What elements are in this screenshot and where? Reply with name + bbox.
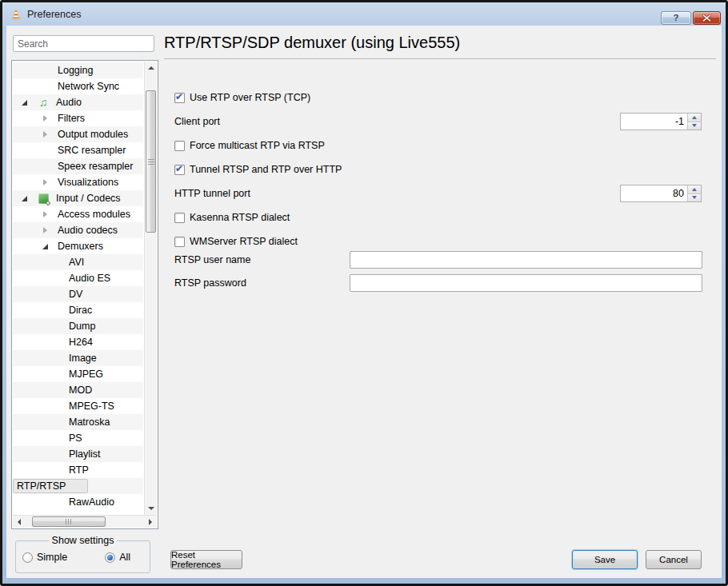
tree-item-label: Playlist [69,448,101,460]
scroll-right-button[interactable] [144,516,157,528]
tree-item-label: RTP/RTSP [13,479,88,493]
radio-simple-label: Simple [37,552,67,563]
tree-item-rawaudio[interactable]: RawAudio [13,494,143,505]
tree-item-audio-codecs[interactable]: Audio codecs [13,222,143,238]
tree-item-filters[interactable]: Filters [13,110,143,126]
tree-item-network-sync[interactable]: Network Sync [13,78,143,94]
tree-item-ps[interactable]: PS [13,430,143,446]
tree-item-visualizations[interactable]: Visualizations [13,174,143,190]
radio-all-icon[interactable] [105,552,115,563]
help-button[interactable]: ? [661,11,691,25]
checkbox-tunnel-rtsp-and-rtp-over-http[interactable] [174,165,185,175]
tree-item-output-modules[interactable]: Output modules [13,126,143,142]
scroll-left-button[interactable] [13,516,26,528]
scroll-down-button[interactable] [145,502,158,515]
expanded-icon[interactable] [21,194,29,202]
tree-item-rtp-rtsp[interactable]: RTP/RTSP [13,478,143,494]
tree-item-label: Visualizations [58,177,118,188]
horizontal-scroll-thumb[interactable] [32,516,106,527]
show-settings-group: Show settings Simple All [15,540,150,573]
checkbox-kasenna-rtsp-dialect[interactable] [174,213,185,223]
tree-item-matroska[interactable]: Matroska [13,414,143,430]
checkbox-row-kasenna-rtsp-dialect: Kasenna RTSP dialect [174,209,290,225]
tree-horizontal-scrollbar[interactable] [13,515,157,528]
radio-all-label: All [119,552,130,563]
tree-item-label: Image [69,353,97,364]
tree-item-label: Speex resampler [58,161,134,172]
reset-preferences-button[interactable]: Reset Preferences [170,550,242,569]
tree-item-dirac[interactable]: Dirac [13,302,143,318]
field-label-rtsp-user-name: RTSP user name [174,252,250,268]
tree-item-access-modules[interactable]: Access modules [13,206,143,222]
collapsed-icon[interactable] [42,226,50,234]
scroll-down-icon [148,507,154,510]
collapsed-icon[interactable] [42,178,50,186]
radio-simple-icon[interactable] [22,552,33,563]
save-button[interactable]: Save [572,550,638,569]
textfield-rtsp-user-name[interactable] [350,251,702,269]
tree-item-src-resampler[interactable]: SRC resampler [13,142,143,158]
collapsed-icon[interactable] [42,130,50,138]
tree-item-input-codecs[interactable]: Input / Codecs [13,190,143,206]
radio-all[interactable]: All [105,552,130,563]
tree-item-rtp[interactable]: RTP [13,462,143,478]
tree-item-mod[interactable]: MOD [13,382,143,398]
search-input[interactable] [13,35,154,52]
collapsed-icon[interactable] [42,114,50,122]
cancel-button[interactable]: Cancel [646,550,702,569]
tree-item-label: Demuxers [58,241,103,252]
checkbox-row-tunnel-rtsp-and-rtp-over-http: Tunnel RTSP and RTP over HTTP [174,161,342,177]
scroll-left-icon [18,519,21,525]
spin-down-icon [692,196,697,199]
spin-down-button[interactable] [688,193,701,202]
tree-item-dv[interactable]: DV [13,286,143,302]
checkbox-row-wmserver-rtsp-dialect: WMServer RTSP dialect [174,233,298,249]
spin-down-button[interactable] [688,122,701,130]
tree-item-dump[interactable]: Dump [13,318,143,334]
spin-up-button[interactable] [688,114,701,122]
tree-item-label: AVI [69,257,84,268]
checkbox-use-rtp-over-rtsp-tcp-[interactable] [174,93,185,103]
spin-up-button[interactable] [688,185,701,193]
tree-item-audio[interactable]: ♫Audio [13,94,143,110]
checkbox-row-use-rtp-over-rtsp-tcp-: Use RTP over RTSP (TCP) [174,90,310,106]
tree-item-label: PS [69,433,82,444]
vertical-scroll-thumb[interactable] [146,90,156,233]
tree-vertical-scrollbar[interactable] [144,62,157,515]
spinbox-input-client-port[interactable] [621,114,687,130]
spinbox-input-http-tunnel-port[interactable] [621,185,687,201]
show-settings-title: Show settings [49,535,118,546]
expanded-icon[interactable] [21,98,29,106]
close-icon [702,14,711,22]
vlc-cone-icon [10,8,22,21]
tree-item-speex-resampler[interactable]: Speex resampler [13,158,143,174]
tree-item-audio-es[interactable]: Audio ES [13,270,143,286]
titlebar[interactable]: Preferences ? [2,2,726,26]
tree-item-label: RTP [69,464,89,476]
checkbox-label: Force multicast RTP via RTSP [190,140,325,151]
tree-item-mpeg-ts[interactable]: MPEG-TS [13,398,143,414]
spin-down-icon [692,124,697,127]
tree-item-label: MJPEG [69,369,103,380]
tree-item-demuxers[interactable]: Demuxers [13,238,143,254]
checkbox-force-multicast-rtp-via-rtsp[interactable] [174,141,185,151]
tree-item-playlist[interactable]: Playlist [13,446,143,462]
collapsed-icon[interactable] [42,210,50,218]
tree-item-label: SRC resampler [58,145,126,156]
tree-item-avi[interactable]: AVI [13,254,143,270]
checkbox-wmserver-rtsp-dialect[interactable] [174,237,185,247]
textfield-rtsp-password[interactable] [350,274,702,292]
client-area: LoggingNetwork Sync♫AudioFiltersOutput m… [6,26,722,578]
heading-divider [164,58,716,59]
close-button[interactable] [693,11,721,25]
tree-item-logging[interactable]: Logging [13,62,143,78]
tree-item-h264[interactable]: H264 [13,334,143,350]
expanded-icon[interactable] [42,242,50,250]
checkbox-label: Use RTP over RTSP (TCP) [190,92,310,103]
radio-simple[interactable]: Simple [22,552,67,563]
scroll-up-button[interactable] [145,62,158,74]
spinbox-http-tunnel-port [620,185,702,202]
tree-item-image[interactable]: Image [13,350,143,366]
checkbox-label: Kasenna RTSP dialect [190,212,290,223]
tree-item-mjpeg[interactable]: MJPEG [13,366,143,382]
